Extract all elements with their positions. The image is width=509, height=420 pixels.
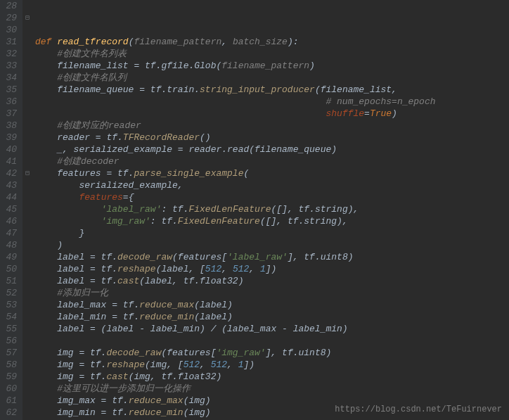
fold-toggle xyxy=(22,72,32,84)
line-number: 55 xyxy=(4,323,17,335)
line-number: 62 xyxy=(4,407,17,419)
fold-toggle xyxy=(22,311,32,323)
line-number: 36 xyxy=(4,96,17,108)
code-line[interactable]: #添加归一化 xyxy=(35,287,509,299)
fold-toggle xyxy=(22,275,32,287)
fold-toggle xyxy=(22,84,32,96)
line-number: 49 xyxy=(4,251,17,263)
fold-toggle xyxy=(22,215,32,227)
code-line[interactable]: filename_queue = tf.train.string_input_p… xyxy=(35,84,509,96)
fold-toggle xyxy=(22,299,32,311)
fold-toggle xyxy=(22,155,32,167)
code-line[interactable]: label = tf.decode_raw(features['label_ra… xyxy=(35,251,509,263)
line-number: 44 xyxy=(4,191,17,203)
fold-toggle xyxy=(22,359,32,371)
line-number: 46 xyxy=(4,215,17,227)
line-number: 28 xyxy=(4,0,17,12)
fold-toggle xyxy=(22,144,32,155)
code-line[interactable]: serialized_example, xyxy=(35,179,509,191)
line-number: 50 xyxy=(4,263,17,275)
fold-toggle xyxy=(22,323,32,335)
line-number: 30 xyxy=(4,24,17,36)
code-line[interactable]: img = tf.reshape(img, [512, 512, 1]) xyxy=(35,359,509,371)
fold-toggle xyxy=(22,335,32,347)
fold-toggle xyxy=(22,287,32,299)
code-line[interactable] xyxy=(35,24,509,36)
code-line[interactable]: features = tf.parse_single_example( xyxy=(35,167,509,179)
line-number: 32 xyxy=(4,48,17,60)
code-line[interactable]: def read_tfrecord(filename_pattern, batc… xyxy=(35,36,509,48)
code-line[interactable]: 'img_raw': tf.FixedLenFeature([], tf.str… xyxy=(35,215,509,227)
line-number: 33 xyxy=(4,60,17,72)
line-number: 38 xyxy=(4,120,17,132)
code-line[interactable]: reader = tf.TFRecordReader() xyxy=(35,132,509,144)
line-number: 43 xyxy=(4,179,17,191)
line-number: 59 xyxy=(4,371,17,383)
fold-toggle xyxy=(22,24,32,36)
line-number: 35 xyxy=(4,84,17,96)
fold-toggle xyxy=(22,239,32,251)
line-number: 60 xyxy=(4,383,17,395)
fold-toggle xyxy=(22,36,32,48)
line-number: 39 xyxy=(4,132,17,144)
fold-toggle xyxy=(22,383,32,395)
code-line[interactable]: label = (label - label_min) / (label_max… xyxy=(35,323,509,335)
fold-toggle xyxy=(22,263,32,275)
line-number: 56 xyxy=(4,335,17,347)
code-line[interactable]: #创建decoder xyxy=(35,155,509,167)
code-area[interactable]: def read_tfrecord(filename_pattern, batc… xyxy=(32,0,509,420)
line-number: 52 xyxy=(4,287,17,299)
code-line[interactable]: } xyxy=(35,227,509,239)
fold-toggle xyxy=(22,108,32,120)
fold-toggle[interactable]: ⊟ xyxy=(22,12,32,24)
fold-toggle xyxy=(22,179,32,191)
code-editor[interactable]: 2829303132333435363738394041424344454647… xyxy=(0,0,509,420)
line-number: 41 xyxy=(4,155,17,167)
fold-toggle xyxy=(22,347,32,359)
code-line[interactable]: #创建对应的reader xyxy=(35,120,509,132)
code-line[interactable]: 'label_raw': tf.FixedLenFeature([], tf.s… xyxy=(35,203,509,215)
fold-toggle xyxy=(22,371,32,383)
line-number: 51 xyxy=(4,275,17,287)
fold-toggle xyxy=(22,251,32,263)
code-line[interactable]: shuffle=True) xyxy=(35,108,509,120)
fold-toggle xyxy=(22,191,32,203)
fold-toggle xyxy=(22,227,32,239)
fold-gutter[interactable]: ⊟⊟ xyxy=(22,0,32,420)
line-number: 47 xyxy=(4,227,17,239)
line-number-gutter: 2829303132333435363738394041424344454647… xyxy=(0,0,22,420)
code-line[interactable]: img = tf.cast(img, tf.float32) xyxy=(35,371,509,383)
fold-toggle xyxy=(22,96,32,108)
fold-toggle xyxy=(22,132,32,144)
line-number: 54 xyxy=(4,311,17,323)
code-line[interactable]: features={ xyxy=(35,191,509,203)
line-number: 53 xyxy=(4,299,17,311)
code-line[interactable]: #创建文件名队列 xyxy=(35,72,509,84)
code-line[interactable]: label = tf.cast(label, tf.float32) xyxy=(35,275,509,287)
code-line[interactable] xyxy=(35,335,509,347)
code-line[interactable]: label_min = tf.reduce_min(label) xyxy=(35,311,509,323)
fold-toggle xyxy=(22,407,32,419)
fold-toggle[interactable]: ⊟ xyxy=(22,167,32,179)
line-number: 40 xyxy=(4,144,17,155)
line-number: 42 xyxy=(4,167,17,179)
fold-toggle xyxy=(22,120,32,132)
code-line[interactable]: img = tf.decode_raw(features['img_raw'],… xyxy=(35,347,509,359)
fold-toggle xyxy=(22,203,32,215)
code-line[interactable]: label = tf.reshape(label, [512, 512, 1]) xyxy=(35,263,509,275)
line-number: 58 xyxy=(4,359,17,371)
fold-toggle xyxy=(22,395,32,407)
line-number: 61 xyxy=(4,395,17,407)
watermark: https://blog.csdn.net/TeFuirnever xyxy=(335,404,502,416)
code-line[interactable]: #创建文件名列表 xyxy=(35,48,509,60)
line-number: 37 xyxy=(4,108,17,120)
code-line[interactable]: label_max = tf.reduce_max(label) xyxy=(35,299,509,311)
line-number: 31 xyxy=(4,36,17,48)
fold-toggle xyxy=(22,48,32,60)
line-number: 45 xyxy=(4,203,17,215)
code-line[interactable]: filename_list = tf.gfile.Glob(filename_p… xyxy=(35,60,509,72)
code-line[interactable]: ) xyxy=(35,239,509,251)
code-line[interactable]: #这里可以进一步添加归一化操作 xyxy=(35,383,509,395)
code-line[interactable]: _, serialized_example = reader.read(file… xyxy=(35,144,509,155)
code-line[interactable]: # num_epochs=n_epoch xyxy=(35,96,509,108)
